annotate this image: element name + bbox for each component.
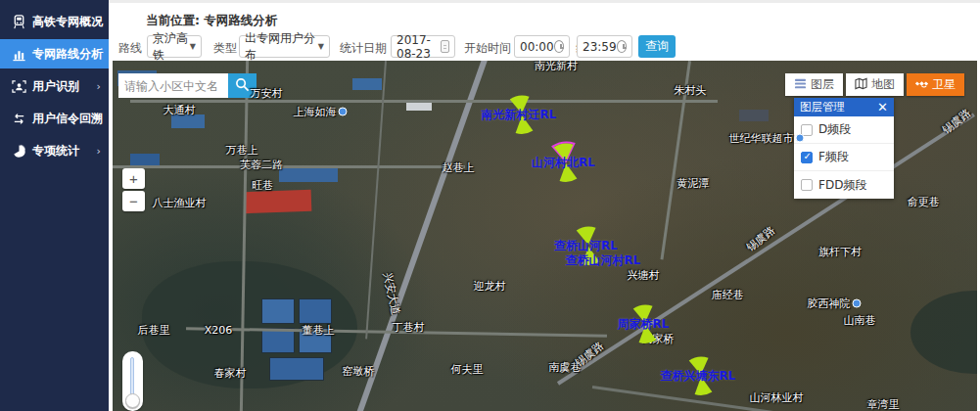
start-time-label: 开始时间	[464, 40, 511, 57]
map-place-label: 兴塘村	[628, 268, 660, 283]
layer-row-f-band[interactable]: F频段	[794, 144, 894, 171]
layer-panel-header: 图层管理 ✕	[794, 98, 894, 116]
sidebar-item-user-identify[interactable]: 用户识别 ›	[0, 71, 109, 101]
sidebar-item-special-stats[interactable]: 专项统计 ›	[0, 136, 109, 165]
close-icon[interactable]: ✕	[877, 101, 888, 114]
map-place-label: 迎龙村	[474, 279, 506, 294]
layers-icon	[794, 77, 807, 93]
map-mode-button[interactable]: 地图	[846, 73, 904, 96]
route-select-value: 京沪高铁	[153, 30, 190, 64]
satellite-mode-button-label: 卫星	[932, 76, 956, 93]
satellite-icon	[915, 77, 928, 93]
sidebar-item-label: 专网路线分析	[32, 46, 103, 63]
date-value: 2017-08-23	[397, 33, 441, 61]
app-window: 高铁专网概况 专网路线分析 用户识别 › 用户信令回溯 专项统计	[0, 0, 980, 411]
pond	[261, 298, 295, 324]
checkbox-icon[interactable]	[801, 152, 813, 163]
map-place-label: 何夫里	[451, 362, 484, 377]
clock-icon[interactable]	[617, 40, 627, 53]
caret-down-icon: ▼	[190, 42, 196, 51]
layer-management-panel: 图层管理 ✕ D频段 F频段 FDD频段	[794, 98, 894, 199]
map-place-label: 旺巷	[252, 178, 273, 193]
satellite-map[interactable]: + − 图层 地图 卫星	[113, 61, 977, 411]
checkbox-icon[interactable]	[801, 179, 813, 191]
clock-icon[interactable]	[554, 40, 564, 53]
map-place-label: 世纪华联超市	[729, 131, 805, 146]
breadcrumb: 当前位置: 专网路线分析	[146, 13, 277, 29]
sidebar-item-label: 用户识别	[32, 78, 79, 95]
breadcrumb-value: 专网路线分析	[204, 13, 277, 27]
poi-icon	[339, 108, 348, 116]
sidebar-item-label: 用户信令回溯	[32, 111, 103, 127]
cell-site-label: 山河村北RL	[532, 155, 595, 171]
cell-search	[118, 73, 257, 98]
cell-search-input[interactable]	[118, 73, 228, 98]
sidebar-item-network-overview[interactable]: 高铁专网概况	[0, 7, 109, 36]
map-view-buttons: 图层 地图 卫星	[782, 73, 964, 96]
top-bar: 当前位置: 专网路线分析 路线 京沪高铁 ▼ 类型 出专网用户分布 ▼ 统计日期…	[109, 0, 980, 61]
building	[279, 166, 338, 182]
date-input[interactable]: 2017-08-23	[391, 35, 455, 58]
sidebar: 高铁专网概况 专网路线分析 用户识别 › 用户信令回溯 专项统计	[0, 0, 109, 411]
pond	[299, 298, 332, 324]
map-place-label: 南光新村	[535, 61, 578, 73]
water-area	[910, 291, 977, 374]
map-place-label: 万安村	[251, 86, 283, 101]
end-time-value: 23:59	[583, 40, 617, 54]
start-time-input[interactable]: 00:00	[514, 35, 570, 58]
building	[352, 78, 382, 90]
chevron-right-icon: ›	[97, 145, 101, 158]
map-place-label: 丁巷村	[393, 320, 425, 335]
zoom-out-button[interactable]: −	[122, 191, 145, 211]
zoom-slider-handle[interactable]	[125, 393, 140, 408]
date-label: 统计日期	[340, 40, 387, 57]
map-icon	[855, 77, 867, 93]
layer-panel-title: 图层管理	[800, 100, 845, 114]
type-label: 类型	[213, 40, 237, 57]
user-scan-icon	[12, 79, 26, 94]
poi-icon	[796, 134, 805, 143]
type-select-value: 出专网用户分布	[245, 30, 318, 64]
end-time-input[interactable]: 23:59	[577, 35, 632, 58]
sidebar-item-label: 专项统计	[32, 143, 79, 160]
map-place-label: 万巷上	[226, 143, 258, 158]
map-place-label: 董巷上	[303, 323, 335, 338]
sidebar-item-signaling-trace[interactable]: 用户信令回溯	[0, 104, 109, 133]
calendar-icon[interactable]	[441, 40, 449, 53]
map-place-label: 俞更巷	[908, 195, 940, 209]
map-place-label: 庙经巷	[712, 288, 744, 302]
type-select[interactable]: 出专网用户分布 ▼	[239, 35, 330, 58]
cell-site-label: 查桥山河村RL	[565, 252, 640, 269]
map-place-label: 八士渔业村	[153, 196, 207, 210]
building	[739, 110, 769, 121]
signal-arrows-icon	[12, 112, 26, 126]
poi-icon	[853, 299, 862, 308]
satellite-mode-button[interactable]: 卫星	[907, 73, 964, 96]
map-place-label: 山河林业村	[750, 390, 804, 405]
road	[113, 165, 465, 168]
map-place-label: 旗杆下村	[818, 245, 862, 259]
map-mode-button-label: 地图	[871, 76, 895, 93]
layer-row-d-band[interactable]: D频段	[794, 116, 894, 144]
map-place-label: X206	[205, 324, 233, 337]
map-place-label: 黄泥潭	[677, 176, 710, 191]
map-place-label: 胶西神院	[808, 297, 862, 311]
zoom-in-button[interactable]: +	[122, 168, 145, 189]
route-select[interactable]: 京沪高铁 ▼	[147, 35, 202, 58]
filter-bar: 路线 京沪高铁 ▼ 类型 出专网用户分布 ▼ 统计日期 2017-08-23 开…	[109, 34, 980, 62]
map-place-label: 窑墩桥	[343, 364, 375, 379]
layer-row-fdd-band[interactable]: FDD频段	[794, 171, 894, 199]
sidebar-item-route-analysis[interactable]: 专网路线分析	[0, 39, 109, 68]
train-icon	[12, 15, 26, 29]
map-place-label: 山南巷	[844, 313, 876, 328]
sidebar-item-label: 高铁专网概况	[32, 14, 103, 30]
map-place-label: 章湾里	[867, 397, 900, 411]
zoom-slider[interactable]	[122, 351, 143, 411]
cell-site-label: 周家桥RL	[617, 316, 669, 333]
layer-label: F频段	[818, 149, 849, 165]
layers-button[interactable]: 图层	[785, 73, 843, 96]
map-place-label: 后巷里	[138, 323, 170, 338]
map-place-label: 朱村头	[675, 83, 707, 98]
query-button[interactable]: 查询	[638, 35, 676, 58]
bar-chart-icon	[12, 47, 26, 62]
